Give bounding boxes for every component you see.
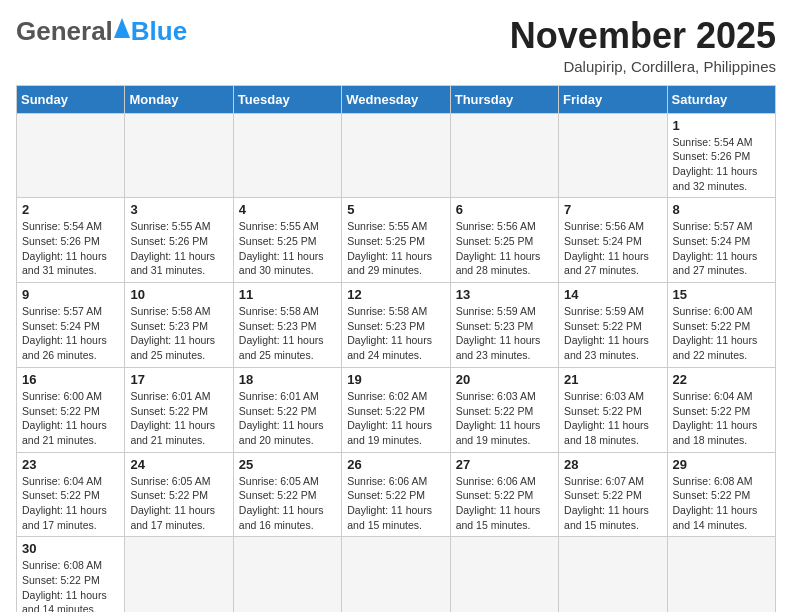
day-number: 21 [564,372,661,387]
day-info: Sunrise: 5:55 AM Sunset: 5:25 PM Dayligh… [347,219,444,278]
calendar-cell: 10Sunrise: 5:58 AM Sunset: 5:23 PM Dayli… [125,283,233,368]
day-number: 18 [239,372,336,387]
calendar-week-row: 30Sunrise: 6:08 AM Sunset: 5:22 PM Dayli… [17,537,776,612]
calendar-cell [559,537,667,612]
day-info: Sunrise: 6:08 AM Sunset: 5:22 PM Dayligh… [22,558,119,612]
calendar-cell: 19Sunrise: 6:02 AM Sunset: 5:22 PM Dayli… [342,367,450,452]
calendar-cell: 30Sunrise: 6:08 AM Sunset: 5:22 PM Dayli… [17,537,125,612]
calendar-cell [233,113,341,198]
logo: General Blue [16,16,187,47]
day-info: Sunrise: 6:02 AM Sunset: 5:22 PM Dayligh… [347,389,444,448]
calendar-cell: 23Sunrise: 6:04 AM Sunset: 5:22 PM Dayli… [17,452,125,537]
calendar-cell: 7Sunrise: 5:56 AM Sunset: 5:24 PM Daylig… [559,198,667,283]
svg-marker-0 [114,18,130,38]
day-number: 25 [239,457,336,472]
day-number: 30 [22,541,119,556]
day-info: Sunrise: 6:07 AM Sunset: 5:22 PM Dayligh… [564,474,661,533]
logo-area: General Blue [16,16,187,47]
logo-general-text: General [16,16,113,47]
calendar-week-row: 9Sunrise: 5:57 AM Sunset: 5:24 PM Daylig… [17,283,776,368]
calendar-cell: 22Sunrise: 6:04 AM Sunset: 5:22 PM Dayli… [667,367,775,452]
day-number: 15 [673,287,770,302]
calendar-cell: 14Sunrise: 5:59 AM Sunset: 5:22 PM Dayli… [559,283,667,368]
day-info: Sunrise: 5:55 AM Sunset: 5:26 PM Dayligh… [130,219,227,278]
day-info: Sunrise: 5:54 AM Sunset: 5:26 PM Dayligh… [22,219,119,278]
day-number: 23 [22,457,119,472]
calendar-cell: 18Sunrise: 6:01 AM Sunset: 5:22 PM Dayli… [233,367,341,452]
day-info: Sunrise: 5:57 AM Sunset: 5:24 PM Dayligh… [22,304,119,363]
day-info: Sunrise: 6:06 AM Sunset: 5:22 PM Dayligh… [347,474,444,533]
calendar-cell: 24Sunrise: 6:05 AM Sunset: 5:22 PM Dayli… [125,452,233,537]
calendar-week-row: 2Sunrise: 5:54 AM Sunset: 5:26 PM Daylig… [17,198,776,283]
weekday-header-monday: Monday [125,85,233,113]
calendar-table: SundayMondayTuesdayWednesdayThursdayFrid… [16,85,776,612]
calendar-cell: 6Sunrise: 5:56 AM Sunset: 5:25 PM Daylig… [450,198,558,283]
day-info: Sunrise: 6:03 AM Sunset: 5:22 PM Dayligh… [456,389,553,448]
day-number: 6 [456,202,553,217]
day-number: 11 [239,287,336,302]
day-info: Sunrise: 5:55 AM Sunset: 5:25 PM Dayligh… [239,219,336,278]
calendar-cell: 20Sunrise: 6:03 AM Sunset: 5:22 PM Dayli… [450,367,558,452]
weekday-header-friday: Friday [559,85,667,113]
day-number: 19 [347,372,444,387]
day-info: Sunrise: 6:04 AM Sunset: 5:22 PM Dayligh… [673,389,770,448]
month-title: November 2025 [510,16,776,56]
calendar-week-row: 23Sunrise: 6:04 AM Sunset: 5:22 PM Dayli… [17,452,776,537]
day-info: Sunrise: 6:00 AM Sunset: 5:22 PM Dayligh… [673,304,770,363]
calendar-cell: 2Sunrise: 5:54 AM Sunset: 5:26 PM Daylig… [17,198,125,283]
day-number: 14 [564,287,661,302]
day-number: 28 [564,457,661,472]
day-info: Sunrise: 5:58 AM Sunset: 5:23 PM Dayligh… [130,304,227,363]
day-info: Sunrise: 5:58 AM Sunset: 5:23 PM Dayligh… [239,304,336,363]
calendar-cell [342,537,450,612]
calendar-cell: 5Sunrise: 5:55 AM Sunset: 5:25 PM Daylig… [342,198,450,283]
day-number: 17 [130,372,227,387]
calendar-cell: 17Sunrise: 6:01 AM Sunset: 5:22 PM Dayli… [125,367,233,452]
calendar-cell: 28Sunrise: 6:07 AM Sunset: 5:22 PM Dayli… [559,452,667,537]
day-number: 27 [456,457,553,472]
day-info: Sunrise: 5:56 AM Sunset: 5:24 PM Dayligh… [564,219,661,278]
calendar-cell: 4Sunrise: 5:55 AM Sunset: 5:25 PM Daylig… [233,198,341,283]
day-number: 13 [456,287,553,302]
day-info: Sunrise: 6:08 AM Sunset: 5:22 PM Dayligh… [673,474,770,533]
day-info: Sunrise: 6:01 AM Sunset: 5:22 PM Dayligh… [239,389,336,448]
calendar-cell [125,113,233,198]
weekday-header-thursday: Thursday [450,85,558,113]
location-subtitle: Dalupirip, Cordillera, Philippines [510,58,776,75]
calendar-cell: 13Sunrise: 5:59 AM Sunset: 5:23 PM Dayli… [450,283,558,368]
day-number: 3 [130,202,227,217]
calendar-cell: 11Sunrise: 5:58 AM Sunset: 5:23 PM Dayli… [233,283,341,368]
day-number: 29 [673,457,770,472]
day-number: 26 [347,457,444,472]
day-info: Sunrise: 5:56 AM Sunset: 5:25 PM Dayligh… [456,219,553,278]
weekday-header-tuesday: Tuesday [233,85,341,113]
day-number: 1 [673,118,770,133]
day-number: 4 [239,202,336,217]
day-info: Sunrise: 6:01 AM Sunset: 5:22 PM Dayligh… [130,389,227,448]
calendar-cell: 15Sunrise: 6:00 AM Sunset: 5:22 PM Dayli… [667,283,775,368]
day-number: 16 [22,372,119,387]
logo-triangle-icon [114,18,130,38]
day-number: 2 [22,202,119,217]
calendar-cell [233,537,341,612]
day-number: 9 [22,287,119,302]
calendar-cell: 9Sunrise: 5:57 AM Sunset: 5:24 PM Daylig… [17,283,125,368]
day-info: Sunrise: 6:00 AM Sunset: 5:22 PM Dayligh… [22,389,119,448]
day-info: Sunrise: 5:57 AM Sunset: 5:24 PM Dayligh… [673,219,770,278]
calendar-cell [450,113,558,198]
day-info: Sunrise: 6:06 AM Sunset: 5:22 PM Dayligh… [456,474,553,533]
day-info: Sunrise: 6:04 AM Sunset: 5:22 PM Dayligh… [22,474,119,533]
calendar-cell: 16Sunrise: 6:00 AM Sunset: 5:22 PM Dayli… [17,367,125,452]
day-number: 12 [347,287,444,302]
day-number: 20 [456,372,553,387]
calendar-cell [559,113,667,198]
day-info: Sunrise: 5:54 AM Sunset: 5:26 PM Dayligh… [673,135,770,194]
day-number: 22 [673,372,770,387]
calendar-cell [125,537,233,612]
weekday-header-row: SundayMondayTuesdayWednesdayThursdayFrid… [17,85,776,113]
calendar-cell [342,113,450,198]
calendar-week-row: 16Sunrise: 6:00 AM Sunset: 5:22 PM Dayli… [17,367,776,452]
title-area: November 2025 Dalupirip, Cordillera, Phi… [510,16,776,75]
calendar-cell: 29Sunrise: 6:08 AM Sunset: 5:22 PM Dayli… [667,452,775,537]
day-number: 5 [347,202,444,217]
